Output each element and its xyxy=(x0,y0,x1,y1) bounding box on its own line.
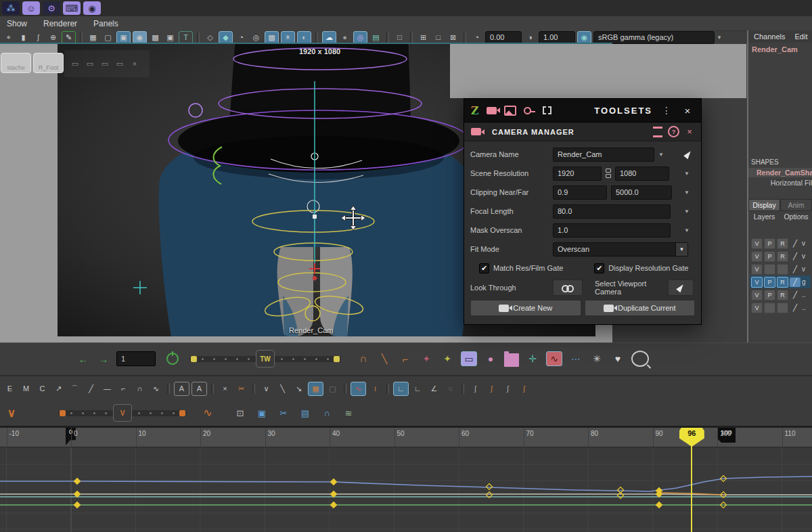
menu-panels[interactable]: Panels xyxy=(93,19,118,28)
display-layer-row[interactable]: VPR╱v xyxy=(750,237,811,250)
more-options-icon[interactable]: ⋯ xyxy=(568,352,583,365)
motion-blur-icon[interactable]: ◎ xyxy=(353,31,367,44)
colorspace-dropdown[interactable]: sRGB gamma (legacy) xyxy=(593,31,715,44)
linear-curve-icon[interactable]: ╲ xyxy=(377,352,392,365)
clipping-chevron-icon[interactable]: ▼ xyxy=(684,190,690,196)
plugin-molecule-icon[interactable]: ⁂ xyxy=(2,1,20,15)
focus-tool-icon[interactable] xyxy=(543,106,551,114)
camera-name-field[interactable]: Render_Cam xyxy=(553,148,654,162)
playhead-marker[interactable]: 96 xyxy=(679,428,704,447)
resolution-width-field[interactable]: 1920 xyxy=(553,167,602,181)
layer-p-toggle[interactable] xyxy=(764,264,775,275)
slider-center-button[interactable]: V xyxy=(113,404,132,422)
clip-near-field[interactable]: 0.9 xyxy=(553,185,607,200)
ghost-tool-icon-2[interactable]: ▭ xyxy=(85,58,95,70)
in-tangent-icon[interactable]: ╲ xyxy=(275,382,290,395)
material-sphere-icon[interactable]: ◎ xyxy=(250,32,263,43)
slider-handle-right[interactable] xyxy=(334,356,340,362)
menu-edit[interactable]: Edit xyxy=(794,32,807,41)
out-tangent-icon[interactable]: ↘ xyxy=(292,382,306,395)
select-tool-icon[interactable]: ▭ xyxy=(461,351,477,366)
settings-gear-icon[interactable]: ⚙ xyxy=(43,1,60,15)
clip-far-field[interactable]: 5000.0 xyxy=(611,185,672,200)
safe-title-icon[interactable]: T xyxy=(179,31,193,44)
buffer-curve-c-icon[interactable]: C xyxy=(35,382,49,395)
exposure-field[interactable]: 0.00 xyxy=(485,31,522,44)
subtab-layers[interactable]: Layers xyxy=(748,211,780,222)
animbot-shelf-icon[interactable]: ☺ xyxy=(22,1,40,15)
value-chevron-icon[interactable]: ∨ xyxy=(4,406,19,420)
rig-key-dot[interactable] xyxy=(313,215,317,219)
gamma-field[interactable]: 1.00 xyxy=(539,31,575,44)
layer-v-toggle[interactable]: V xyxy=(751,277,763,288)
add-to-selection-icon[interactable]: ⊕ xyxy=(47,32,60,43)
cut-keys-icon[interactable]: ✂ xyxy=(276,406,291,420)
checker-icon[interactable]: ▩ xyxy=(265,31,279,44)
display-layer-row[interactable]: VPR╱.. xyxy=(750,288,811,301)
toolsets-titlebar[interactable]: Z TOOLSETS ⋮ × xyxy=(464,99,701,122)
resolution-height-field[interactable]: 1080 xyxy=(615,167,669,181)
gamma-icon[interactable]: ◑ xyxy=(524,32,537,43)
keyframe-diamond[interactable] xyxy=(74,479,81,485)
flat-tangent-icon[interactable]: — xyxy=(100,382,114,395)
unify-tangents-icon[interactable]: ∨ xyxy=(259,382,273,395)
feather-brush-icon[interactable]: ʃ xyxy=(32,32,45,43)
colorspace-toggle-icon[interactable]: ◉ xyxy=(577,31,591,44)
duplicate-current-button[interactable]: Duplicate Current xyxy=(585,300,696,316)
match-res-checkbox[interactable]: ✔ xyxy=(479,263,489,273)
prev-key-arrow-icon[interactable]: ← xyxy=(76,352,91,365)
free-tangent-weight-icon[interactable]: ✂ xyxy=(234,382,248,395)
layer-p-toggle[interactable]: P xyxy=(764,238,775,249)
layer-r-toggle[interactable] xyxy=(777,303,788,313)
layer-v-toggle[interactable]: V xyxy=(751,303,763,313)
camera-manager-header[interactable]: CAMERA MANAGER ? × xyxy=(464,122,701,141)
create-new-button[interactable]: Create New xyxy=(470,300,581,316)
retime-tool-icon[interactable]: ▦ xyxy=(308,382,323,396)
layer-p-toggle[interactable]: P xyxy=(764,290,775,301)
mask-chevron-icon[interactable]: ▼ xyxy=(684,227,690,234)
default-out-tangent-icon[interactable]: A xyxy=(191,382,207,396)
bookmark-icon[interactable]: ▮ xyxy=(17,32,30,43)
safe-action-icon[interactable]: ▣ xyxy=(164,32,177,43)
image-tool-icon[interactable] xyxy=(504,106,516,116)
ease-s-curve-icon[interactable]: ∿ xyxy=(200,406,215,420)
link-resolution-icon[interactable] xyxy=(606,169,611,178)
selected-object-name[interactable]: Render_Cam xyxy=(748,43,812,53)
ghost-curve-icon[interactable]: ○ xyxy=(443,382,457,395)
next-key-arrow-icon[interactable]: → xyxy=(96,352,111,365)
slider-handle-left[interactable] xyxy=(60,410,66,416)
keyframe-diamond[interactable] xyxy=(331,479,337,485)
layer-v-toggle[interactable]: V xyxy=(751,264,763,275)
ghost-tool-icon-4[interactable]: ▭ xyxy=(114,58,125,70)
camera-tool-icon[interactable] xyxy=(487,107,497,114)
delete-key-icon[interactable]: ✦ xyxy=(419,352,434,365)
tab-anim[interactable]: Anim xyxy=(780,199,812,211)
display-layer-row[interactable]: V╱.. xyxy=(750,301,811,314)
layer-p-toggle[interactable] xyxy=(764,303,775,313)
help-icon[interactable]: ? xyxy=(668,126,679,137)
layer-v-toggle[interactable]: V xyxy=(751,290,763,301)
shaded-cube-icon[interactable]: ◆ xyxy=(219,31,233,44)
key-tool-icon[interactable] xyxy=(524,107,531,114)
layer-r-toggle[interactable]: R xyxy=(777,277,788,288)
keyframe-diamond[interactable] xyxy=(331,502,337,508)
pre-infinity-offset-icon[interactable]: ∫ xyxy=(484,382,499,395)
display-gate-checkbox[interactable]: ✔ xyxy=(594,263,604,273)
slider-center-button[interactable]: TW xyxy=(256,350,275,368)
layer-curve-icon[interactable]: ╱ xyxy=(790,290,800,300)
keyframe-diamond[interactable] xyxy=(656,502,662,508)
layer-p-toggle[interactable]: P xyxy=(764,277,775,288)
frame-selection-icon[interactable]: ∟ xyxy=(411,382,425,395)
shape-node-name[interactable]: Render_CamShape xyxy=(748,168,812,177)
resolution-chevron-icon[interactable]: ▼ xyxy=(684,171,690,177)
power-toggle-icon[interactable] xyxy=(166,353,179,365)
fit-mode-dropdown[interactable]: Overscan ▼ xyxy=(553,242,688,257)
value-slider[interactable]: V xyxy=(58,404,187,422)
film-gate-icon[interactable]: ▢ xyxy=(102,32,114,43)
spline-tangent-icon[interactable]: ↗ xyxy=(51,382,66,395)
layer-curve-icon[interactable]: ╱ xyxy=(790,265,800,274)
slider-handle-left[interactable] xyxy=(191,356,197,362)
animbot-logo-icon[interactable]: ∿ xyxy=(546,351,562,366)
break-tangents-icon[interactable]: × xyxy=(218,382,232,395)
ease-curve-icon[interactable]: ∩ xyxy=(356,352,371,365)
